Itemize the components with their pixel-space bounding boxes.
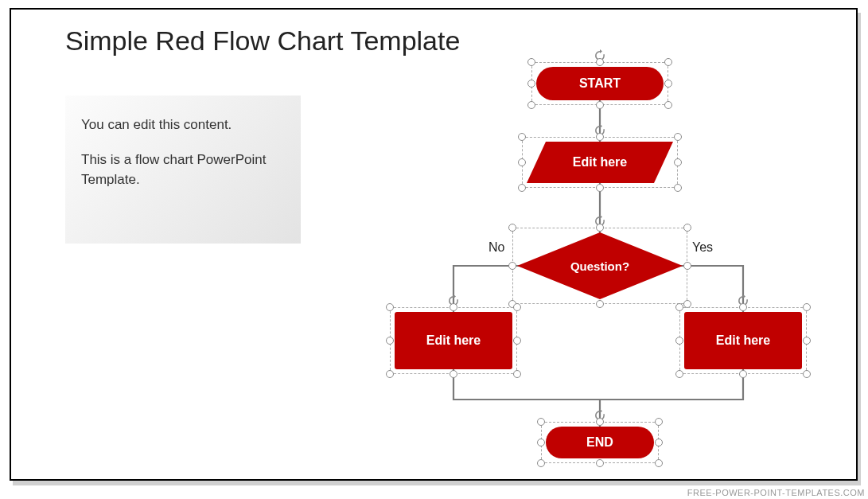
start-terminator[interactable]: START (536, 67, 664, 100)
no-label: No (488, 240, 504, 255)
process-right[interactable]: Edit here (684, 312, 802, 369)
svg-marker-2 (527, 142, 673, 183)
description-line-1: You can edit this content. (81, 115, 285, 135)
footer-watermark: FREE-POWER-POINT-TEMPLATES.COM (687, 488, 865, 497)
slide: Simple Red Flow Chart Template You can e… (10, 8, 858, 481)
connector-layer (11, 10, 859, 482)
process-parallelogram[interactable]: Edit here (527, 142, 673, 183)
svg-marker-3 (517, 232, 683, 299)
process-left[interactable]: Edit here (395, 312, 512, 369)
description-textbox[interactable]: You can edit this content. This is a flo… (65, 96, 301, 244)
slide-title: Simple Red Flow Chart Template (65, 25, 460, 57)
decision-diamond[interactable]: Question? (517, 232, 683, 299)
end-terminator[interactable]: END (546, 427, 654, 458)
description-line-2: This is a flow chart PowerPoint Template… (81, 150, 285, 190)
yes-label: Yes (692, 240, 713, 255)
